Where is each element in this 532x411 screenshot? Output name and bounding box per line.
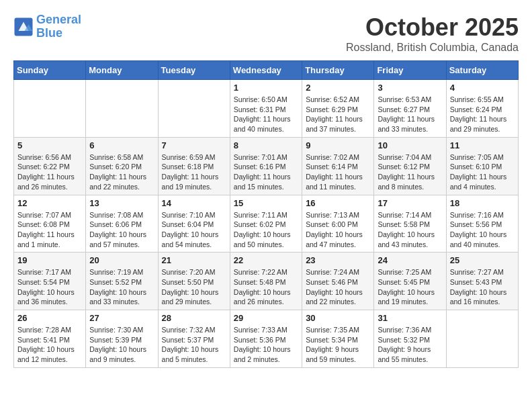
col-saturday: Saturday: [446, 61, 518, 80]
week-row-3: 12Sunrise: 7:07 AM Sunset: 6:08 PM Dayli…: [14, 195, 519, 253]
day-info: Sunrise: 7:22 AM Sunset: 5:48 PM Dayligh…: [234, 267, 298, 307]
table-cell: 20Sunrise: 7:19 AM Sunset: 5:52 PM Dayli…: [86, 253, 158, 310]
day-info: Sunrise: 7:27 AM Sunset: 5:43 PM Dayligh…: [450, 267, 515, 307]
title-section: October 2025 Rossland, British Columbia,…: [346, 13, 519, 54]
day-info: Sunrise: 7:07 AM Sunset: 6:08 PM Dayligh…: [17, 210, 82, 250]
table-cell: 7Sunrise: 6:59 AM Sunset: 6:18 PM Daylig…: [158, 137, 230, 195]
col-thursday: Thursday: [302, 61, 374, 80]
table-cell: 14Sunrise: 7:10 AM Sunset: 6:04 PM Dayli…: [158, 195, 230, 253]
day-number: 9: [306, 140, 370, 150]
location-title: Rossland, British Columbia, Canada: [346, 42, 519, 54]
table-cell: 12Sunrise: 7:07 AM Sunset: 6:08 PM Dayli…: [14, 195, 86, 253]
day-info: Sunrise: 7:08 AM Sunset: 6:06 PM Dayligh…: [89, 210, 154, 250]
table-cell: 4Sunrise: 6:55 AM Sunset: 6:24 PM Daylig…: [446, 80, 518, 138]
day-number: 10: [378, 140, 442, 150]
day-info: Sunrise: 6:58 AM Sunset: 6:20 PM Dayligh…: [89, 152, 154, 192]
table-cell: 21Sunrise: 7:20 AM Sunset: 5:50 PM Dayli…: [158, 253, 230, 310]
day-info: Sunrise: 7:10 AM Sunset: 6:04 PM Dayligh…: [162, 210, 226, 250]
table-cell: 17Sunrise: 7:14 AM Sunset: 5:58 PM Dayli…: [374, 195, 446, 253]
table-cell: 22Sunrise: 7:22 AM Sunset: 5:48 PM Dayli…: [230, 253, 302, 310]
table-cell: 15Sunrise: 7:11 AM Sunset: 6:02 PM Dayli…: [230, 195, 302, 253]
col-tuesday: Tuesday: [158, 61, 230, 80]
day-number: 20: [89, 255, 154, 265]
day-info: Sunrise: 7:24 AM Sunset: 5:46 PM Dayligh…: [306, 267, 370, 307]
day-info: Sunrise: 7:33 AM Sunset: 5:36 PM Dayligh…: [234, 325, 298, 365]
day-info: Sunrise: 7:11 AM Sunset: 6:02 PM Dayligh…: [234, 210, 298, 250]
day-info: Sunrise: 7:01 AM Sunset: 6:16 PM Dayligh…: [234, 152, 298, 192]
table-cell: 2Sunrise: 6:52 AM Sunset: 6:29 PM Daylig…: [302, 80, 374, 138]
day-number: 27: [89, 313, 154, 323]
table-cell: 16Sunrise: 7:13 AM Sunset: 6:00 PM Dayli…: [302, 195, 374, 253]
day-number: 21: [162, 255, 226, 265]
day-number: 22: [234, 255, 298, 265]
table-cell: 27Sunrise: 7:30 AM Sunset: 5:39 PM Dayli…: [86, 310, 158, 368]
day-info: Sunrise: 6:52 AM Sunset: 6:29 PM Dayligh…: [306, 95, 370, 134]
col-friday: Friday: [374, 61, 446, 80]
table-cell: 13Sunrise: 7:08 AM Sunset: 6:06 PM Dayli…: [86, 195, 158, 253]
table-cell: 1Sunrise: 6:50 AM Sunset: 6:31 PM Daylig…: [230, 80, 302, 138]
day-info: Sunrise: 7:05 AM Sunset: 6:10 PM Dayligh…: [450, 152, 515, 192]
header: General Blue October 2025 Rossland, Brit…: [13, 13, 519, 54]
week-row-1: 1Sunrise: 6:50 AM Sunset: 6:31 PM Daylig…: [14, 80, 519, 138]
table-cell: 26Sunrise: 7:28 AM Sunset: 5:41 PM Dayli…: [14, 310, 86, 368]
day-number: 29: [234, 313, 298, 323]
table-cell: [14, 80, 86, 138]
week-row-2: 5Sunrise: 6:56 AM Sunset: 6:22 PM Daylig…: [14, 137, 519, 195]
logo-line2: Blue: [36, 26, 62, 40]
day-number: 17: [378, 198, 442, 208]
table-cell: 29Sunrise: 7:33 AM Sunset: 5:36 PM Dayli…: [230, 310, 302, 368]
day-info: Sunrise: 6:50 AM Sunset: 6:31 PM Dayligh…: [234, 95, 298, 134]
day-info: Sunrise: 7:04 AM Sunset: 6:12 PM Dayligh…: [378, 152, 442, 192]
day-info: Sunrise: 6:53 AM Sunset: 6:27 PM Dayligh…: [378, 95, 442, 134]
table-cell: [86, 80, 158, 138]
day-number: 4: [450, 83, 515, 93]
logo-line1: General: [36, 13, 81, 26]
day-number: 12: [17, 198, 82, 208]
table-cell: 11Sunrise: 7:05 AM Sunset: 6:10 PM Dayli…: [446, 137, 518, 195]
table-cell: 18Sunrise: 7:16 AM Sunset: 5:56 PM Dayli…: [446, 195, 518, 253]
day-number: 2: [306, 83, 370, 93]
day-number: 25: [450, 255, 515, 265]
day-number: 7: [162, 140, 226, 150]
day-number: 14: [162, 198, 226, 208]
day-info: Sunrise: 7:20 AM Sunset: 5:50 PM Dayligh…: [162, 267, 226, 307]
day-number: 15: [234, 198, 298, 208]
day-number: 30: [306, 313, 370, 323]
calendar-header-row: Sunday Monday Tuesday Wednesday Thursday…: [14, 61, 519, 80]
day-info: Sunrise: 7:25 AM Sunset: 5:45 PM Dayligh…: [378, 267, 442, 307]
day-number: 16: [306, 198, 370, 208]
day-number: 23: [306, 255, 370, 265]
table-cell: 30Sunrise: 7:35 AM Sunset: 5:34 PM Dayli…: [302, 310, 374, 368]
day-info: Sunrise: 7:36 AM Sunset: 5:32 PM Dayligh…: [378, 325, 442, 365]
day-info: Sunrise: 6:55 AM Sunset: 6:24 PM Dayligh…: [450, 95, 515, 134]
logo: General Blue: [13, 13, 81, 40]
day-info: Sunrise: 7:35 AM Sunset: 5:34 PM Dayligh…: [306, 325, 370, 365]
day-info: Sunrise: 7:30 AM Sunset: 5:39 PM Dayligh…: [89, 325, 154, 365]
day-number: 19: [17, 255, 82, 265]
table-cell: 8Sunrise: 7:01 AM Sunset: 6:16 PM Daylig…: [230, 137, 302, 195]
week-row-4: 19Sunrise: 7:17 AM Sunset: 5:54 PM Dayli…: [14, 253, 519, 310]
table-cell: 25Sunrise: 7:27 AM Sunset: 5:43 PM Dayli…: [446, 253, 518, 310]
day-info: Sunrise: 7:32 AM Sunset: 5:37 PM Dayligh…: [162, 325, 226, 365]
day-info: Sunrise: 7:02 AM Sunset: 6:14 PM Dayligh…: [306, 152, 370, 192]
day-info: Sunrise: 6:56 AM Sunset: 6:22 PM Dayligh…: [17, 152, 82, 192]
day-number: 13: [89, 198, 154, 208]
day-info: Sunrise: 7:13 AM Sunset: 6:00 PM Dayligh…: [306, 210, 370, 250]
table-cell: 23Sunrise: 7:24 AM Sunset: 5:46 PM Dayli…: [302, 253, 374, 310]
day-info: Sunrise: 7:28 AM Sunset: 5:41 PM Dayligh…: [17, 325, 82, 365]
logo-text: General Blue: [36, 13, 81, 40]
day-info: Sunrise: 6:59 AM Sunset: 6:18 PM Dayligh…: [162, 152, 226, 192]
day-number: 28: [162, 313, 226, 323]
day-info: Sunrise: 7:16 AM Sunset: 5:56 PM Dayligh…: [450, 210, 515, 250]
table-cell: 3Sunrise: 6:53 AM Sunset: 6:27 PM Daylig…: [374, 80, 446, 138]
day-number: 5: [17, 140, 82, 150]
day-number: 11: [450, 140, 515, 150]
day-info: Sunrise: 7:19 AM Sunset: 5:52 PM Dayligh…: [89, 267, 154, 307]
month-title: October 2025: [346, 13, 519, 42]
col-sunday: Sunday: [14, 61, 86, 80]
day-number: 8: [234, 140, 298, 150]
table-cell: 5Sunrise: 6:56 AM Sunset: 6:22 PM Daylig…: [14, 137, 86, 195]
col-wednesday: Wednesday: [230, 61, 302, 80]
day-info: Sunrise: 7:17 AM Sunset: 5:54 PM Dayligh…: [17, 267, 82, 307]
table-cell: [446, 310, 518, 368]
